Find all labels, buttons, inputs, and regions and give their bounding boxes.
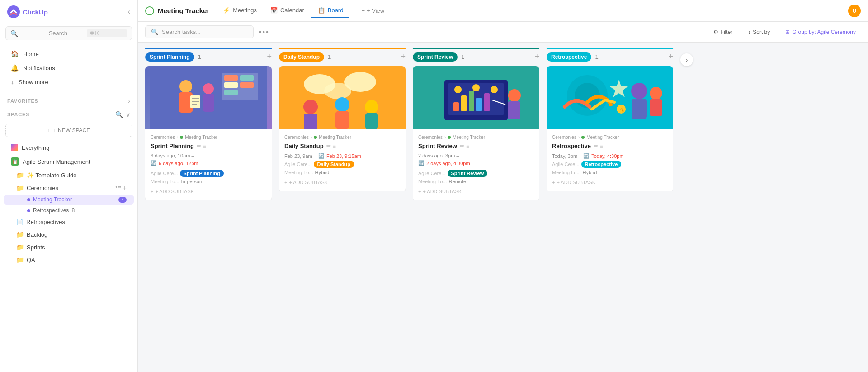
- column-tag-sprint-planning: Sprint Planning: [145, 52, 194, 62]
- card-breadcrumb-sprint-planning: Ceremonies › Meeting Tracker: [151, 135, 266, 140]
- sidebar-item-ceremonies-label: Ceremonies: [27, 185, 58, 191]
- svg-rect-3: [224, 75, 238, 81]
- sprints-folder-icon: 📁: [16, 243, 24, 251]
- card-body-sprint-review: Ceremonies › Meeting Tracker Sprint Revi…: [413, 129, 539, 200]
- more-icon[interactable]: ≡: [203, 143, 206, 149]
- card-illustration-daily-standup: [283, 66, 401, 129]
- column-count-daily-standup: 1: [328, 53, 331, 60]
- retrospectives-dot: [27, 209, 30, 212]
- sidebar-item-meeting-tracker[interactable]: Meeting Tracker 4: [4, 195, 134, 205]
- calendar-tab-icon: 📅: [270, 7, 278, 14]
- avatar: U: [848, 5, 861, 17]
- column-tag-daily-standup: Daily Standup: [279, 52, 324, 62]
- svg-rect-21: [304, 114, 317, 129]
- sort-button[interactable]: ↕ Sort by: [743, 26, 775, 38]
- column-add-sprint-planning[interactable]: +: [267, 52, 272, 62]
- sidebar-item-retrospectives-doc[interactable]: 📄 Retrospectives: [4, 216, 134, 228]
- overdue-icon-2: 🔄: [318, 153, 325, 159]
- card-illustration-retrospective: 👍: [551, 66, 669, 129]
- more-icon-4[interactable]: ≡: [600, 143, 603, 149]
- card-illustration-sprint-review: [417, 66, 535, 129]
- svg-rect-6: [240, 82, 254, 88]
- svg-point-19: [324, 83, 351, 99]
- sidebar-item-template-guide[interactable]: 📁 ✨ Template Guide: [4, 169, 134, 181]
- filter-icon: ⚙: [713, 29, 718, 35]
- logo[interactable]: ClickUp: [7, 5, 48, 18]
- add-subtask-retrospective[interactable]: + + ADD SUBTASK: [552, 177, 668, 186]
- card-field-location-retrospective: Meeting Lo... Hybrid: [552, 170, 668, 175]
- more-icon-3[interactable]: ≡: [466, 143, 469, 149]
- top-nav: Meeting Tracker ⚡ Meetings 📅 Calendar 📋 …: [138, 0, 868, 22]
- search-tasks-input[interactable]: 🔍 Search tasks...: [145, 25, 254, 38]
- everything-icon: [11, 144, 18, 151]
- add-subtask-daily-standup[interactable]: + + ADD SUBTASK: [284, 177, 400, 186]
- sidebar-search-label: Search: [49, 30, 85, 37]
- status-dot-3: [448, 136, 451, 139]
- sidebar-item-qa[interactable]: 📁 QA: [4, 254, 134, 266]
- sidebar-item-ceremonies[interactable]: 📁 Ceremonies ••• +: [4, 182, 134, 194]
- column-retrospective: Retrospective 1 +: [547, 48, 673, 367]
- card-retrospective[interactable]: 👍 Ceremonies › Meeting Tracker Retrospec…: [547, 66, 673, 191]
- sidebar-item-notifications[interactable]: 🔔 Notifications: [4, 61, 134, 75]
- svg-point-34: [454, 86, 462, 93]
- ceremonies-more-btn[interactable]: •••: [115, 184, 121, 191]
- sidebar-item-retrospectives-sub[interactable]: Retrospectives 8: [4, 205, 134, 215]
- sidebar-item-home[interactable]: 🏠 Home: [4, 47, 134, 61]
- tab-board[interactable]: 📋 Board: [311, 3, 350, 18]
- toolbar-more-btn[interactable]: •••: [259, 28, 269, 36]
- edit-icon-3[interactable]: ✏: [460, 143, 464, 149]
- status-dot: [180, 136, 183, 139]
- card-sprint-planning[interactable]: Ceremonies › Meeting Tracker Sprint Plan…: [145, 66, 272, 200]
- ceremonies-folder-icon: 📁: [16, 184, 24, 191]
- add-subtask-icon-4: +: [552, 180, 555, 185]
- spaces-label: SPACES 🔍 ∨: [0, 106, 137, 120]
- spaces-collapse-btn[interactable]: ∨: [126, 111, 130, 118]
- edit-icon[interactable]: ✏: [197, 143, 201, 149]
- sidebar-space-agile[interactable]: 📋 Agile Scrum Management: [4, 155, 134, 168]
- meetings-tab-icon: ⚡: [223, 7, 230, 14]
- new-space-button[interactable]: + + NEW SPACE: [5, 124, 132, 137]
- column-add-daily-standup[interactable]: +: [401, 52, 406, 62]
- add-subtask-sprint-review[interactable]: + + ADD SUBTASK: [418, 186, 534, 195]
- column-add-retrospective[interactable]: +: [668, 52, 673, 62]
- add-subtask-icon-3: +: [418, 189, 421, 194]
- card-sprint-review[interactable]: Ceremonies › Meeting Tracker Sprint Revi…: [413, 66, 539, 200]
- sidebar: ClickUp ‹ 🔍 Search ⌘K 🏠 Home 🔔 Notificat…: [0, 0, 138, 372]
- card-field-agile-sprint-planning: Agile Cere... Sprint Planning: [151, 170, 266, 177]
- edit-icon-4[interactable]: ✏: [594, 143, 598, 149]
- card-title-actions-4: ✏ ≡: [594, 143, 603, 149]
- overdue-icon: 🔄: [151, 160, 157, 166]
- svg-rect-38: [508, 101, 520, 119]
- sidebar-item-backlog-label: Backlog: [27, 231, 47, 238]
- sidebar-item-sprints[interactable]: 📁 Sprints: [4, 241, 134, 253]
- overdue-icon-3: 🔄: [418, 160, 425, 166]
- svg-point-36: [491, 86, 498, 93]
- edit-icon-2[interactable]: ✏: [326, 143, 331, 149]
- sidebar-item-show-more[interactable]: ↓ Show more: [4, 75, 134, 89]
- filter-button[interactable]: ⚙ Filter: [708, 26, 738, 38]
- card-overdue-sprint-review: 🔄 2 days ago, 4:30pm: [418, 160, 534, 166]
- svg-point-24: [365, 100, 378, 114]
- sidebar-search[interactable]: 🔍 Search ⌘K: [5, 26, 132, 40]
- more-icon-2[interactable]: ≡: [333, 143, 336, 149]
- column-add-sprint-review[interactable]: +: [534, 52, 539, 62]
- sidebar-item-qa-label: QA: [27, 257, 35, 263]
- tab-meetings[interactable]: ⚡ Meetings: [217, 3, 263, 18]
- add-view-button[interactable]: + + View: [357, 5, 389, 17]
- svg-point-8: [179, 80, 192, 93]
- scroll-right-button[interactable]: ›: [680, 53, 693, 66]
- chevron-right-icon: ›: [686, 56, 688, 63]
- group-by-button[interactable]: ⊞ Group by: Agile Ceremony: [780, 26, 861, 38]
- sidebar-item-backlog[interactable]: 📁 Backlog: [4, 229, 134, 240]
- card-breadcrumb-sprint-review: Ceremonies › Meeting Tracker: [418, 135, 534, 140]
- add-subtask-sprint-planning[interactable]: + + ADD SUBTASK: [151, 186, 266, 195]
- sidebar-item-everything[interactable]: Everything: [4, 141, 134, 154]
- card-overdue-sprint-planning: 🔄 6 days ago, 12pm: [151, 160, 266, 166]
- ceremonies-add-btn[interactable]: +: [123, 184, 127, 191]
- spaces-search-btn[interactable]: 🔍: [115, 111, 123, 118]
- sidebar-collapse-btn[interactable]: ‹: [128, 8, 130, 16]
- favorites-expand-btn[interactable]: ›: [128, 97, 130, 105]
- tab-calendar[interactable]: 📅 Calendar: [264, 3, 311, 18]
- card-daily-standup[interactable]: Ceremonies › Meeting Tracker Daily Stand…: [279, 66, 406, 191]
- svg-point-22: [335, 97, 349, 112]
